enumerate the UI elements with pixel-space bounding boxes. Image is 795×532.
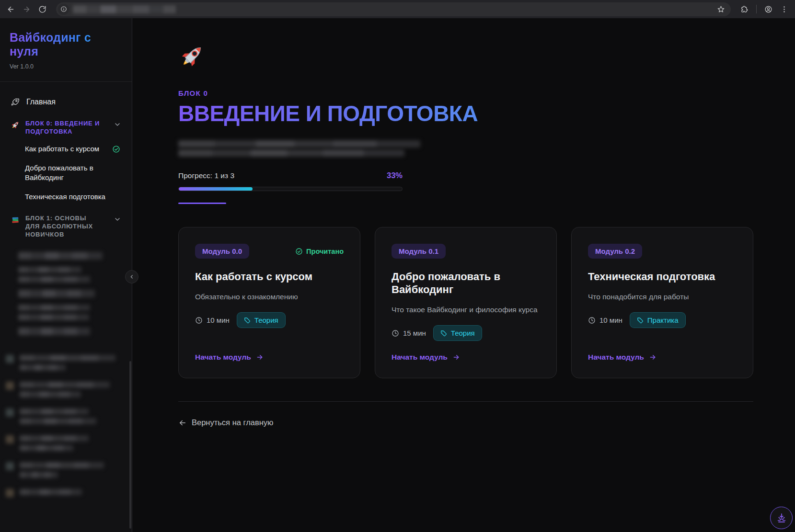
- arrow-right-icon: [256, 353, 264, 361]
- sidebar: Вайбкодинг с нуля Ver 1.0.0 Главная: [0, 18, 132, 532]
- redacted-text: [178, 149, 404, 157]
- module-card-0-1[interactable]: Модуль 0.1 Добро пожаловать в Вайбкодинг…: [375, 227, 557, 378]
- progress-percent: 33%: [387, 171, 403, 180]
- site-info-icon[interactable]: [58, 4, 69, 15]
- chevron-left-icon: [129, 274, 135, 280]
- sidebar-section-block1[interactable]: БЛОК 1: ОСНОВЫ ДЛЯ АБСОЛЮТНЫХ НОВИЧКОВ: [7, 206, 125, 242]
- card-title: Как работать с курсом: [195, 270, 344, 283]
- sidebar-item-home[interactable]: Главная: [7, 92, 125, 112]
- redacted-section: [6, 382, 122, 401]
- redacted-emoji: [6, 408, 14, 417]
- progress-label: Прогресс: 1 из 3: [178, 171, 234, 180]
- landing-download-icon: [776, 512, 787, 524]
- sidebar-section-label: БЛОК 1: ОСНОВЫ ДЛЯ АБСОЛЮТНЫХ НОВИЧКОВ: [25, 214, 101, 238]
- back-icon[interactable]: [7, 5, 15, 13]
- module-badge: Модуль 0.2: [588, 244, 642, 259]
- floating-action-button[interactable]: [770, 507, 793, 529]
- sidebar-item-module-0-2[interactable]: Техническая подготовка: [7, 187, 125, 206]
- rocket-hero-icon: [178, 42, 206, 70]
- tag-label: Теория: [451, 329, 475, 337]
- start-module-label: Начать модуль: [195, 353, 251, 362]
- read-status-label: Прочитано: [306, 248, 344, 255]
- main-content: БЛОК 0 ВВЕДЕНИЕ И ПОДГОТОВКА Прогресс: 1…: [132, 18, 795, 532]
- sidebar-item-label: Как работать с курсом: [25, 144, 99, 154]
- module-badge: Модуль 0.0: [195, 244, 249, 259]
- back-to-home-link[interactable]: Вернуться на главную: [178, 418, 273, 427]
- start-module-link[interactable]: Начать модуль: [195, 353, 344, 362]
- tag-icon: [440, 330, 447, 337]
- footer-divider: [178, 401, 753, 402]
- rocket-emoji-icon: [11, 120, 20, 130]
- bookmark-star-icon[interactable]: [717, 5, 725, 13]
- redacted-text: [18, 276, 90, 283]
- page-title: ВВЕДЕНИЕ И ПОДГОТОВКА: [178, 101, 478, 126]
- browser-toolbar: [0, 0, 795, 18]
- redacted-gap: [18, 342, 122, 355]
- sidebar-item-module-0-0[interactable]: Как работать с курсом: [7, 139, 125, 158]
- progress-fill: [179, 187, 253, 191]
- books-emoji-icon: [11, 215, 20, 225]
- check-circle-icon: [295, 248, 303, 255]
- tag-label: Теория: [254, 316, 278, 324]
- duration: 10 мин: [195, 316, 230, 324]
- arrow-right-icon: [649, 353, 657, 361]
- sidebar-item-module-0-1[interactable]: Добро пожаловать в Вайбкодинг: [7, 158, 125, 187]
- sidebar-item-label: Техническая подготовка: [25, 192, 105, 202]
- duration: 10 мин: [588, 316, 622, 324]
- progress-bar: [178, 187, 403, 191]
- profile-icon[interactable]: [764, 5, 772, 13]
- module-cards: Модуль 0.0 Прочитано Как работать с курс…: [178, 227, 795, 378]
- sidebar-section-label: БЛОК 0: ВВЕДЕНИЕ И ПОДГОТОВКА: [25, 119, 101, 136]
- sidebar-nav: Главная БЛОК 0: ВВЕДЕНИЕ И ПОДГОТОВКА: [0, 82, 132, 242]
- address-bar[interactable]: [56, 2, 731, 16]
- redacted-emoji: [6, 435, 14, 443]
- card-description: Что такое Вайбкодинг и философия курса: [392, 305, 540, 315]
- redacted-text: [18, 267, 81, 273]
- module-badge: Модуль 0.1: [392, 244, 446, 259]
- redacted-emoji: [6, 355, 14, 363]
- app-shell: Вайбкодинг с нуля Ver 1.0.0 Главная: [0, 18, 795, 532]
- start-module-link[interactable]: Начать модуль: [392, 353, 540, 362]
- sidebar-header: Вайбкодинг с нуля Ver 1.0.0: [0, 18, 132, 82]
- tag-label: Практика: [647, 316, 679, 324]
- check-circle-icon: [112, 145, 120, 153]
- card-title: Техническая подготовка: [588, 270, 737, 283]
- redacted-sidebar-items: [0, 242, 132, 498]
- progress-section: Прогресс: 1 из 3 33%: [178, 171, 403, 204]
- card-description: Обязательно к ознакомлению: [195, 292, 344, 302]
- back-to-home-label: Вернуться на главную: [192, 418, 273, 427]
- redacted-emoji: [6, 462, 14, 470]
- sidebar-home-label: Главная: [26, 98, 56, 106]
- forward-icon[interactable]: [23, 5, 31, 13]
- redacted-section: [6, 489, 122, 498]
- start-module-link[interactable]: Начать модуль: [588, 353, 737, 362]
- redacted-text: [18, 290, 95, 297]
- extensions-icon[interactable]: [740, 5, 749, 13]
- refresh-icon[interactable]: [38, 5, 46, 13]
- sidebar-item-label: Добро пожаловать в Вайбкодинг: [25, 163, 120, 182]
- sidebar-collapse-button[interactable]: [125, 270, 138, 283]
- redacted-text: [178, 140, 420, 147]
- card-title: Добро пожаловать в Вайбкодинг: [392, 270, 540, 296]
- redacted-section: [6, 355, 122, 374]
- rocket-outline-icon: [11, 97, 20, 107]
- module-card-0-2[interactable]: Модуль 0.2 Техническая подготовка Что по…: [571, 227, 753, 378]
- block-label: БЛОК 0: [178, 89, 795, 97]
- redacted-text: [18, 314, 89, 320]
- toolbar-divider: [756, 5, 757, 13]
- type-tag: Практика: [630, 312, 686, 328]
- redacted-emoji: [6, 382, 14, 390]
- redacted-text: [18, 305, 90, 311]
- clock-icon: [392, 329, 399, 337]
- menu-kebab-icon[interactable]: [780, 5, 788, 13]
- redacted-section: [6, 408, 122, 428]
- duration-label: 10 мин: [207, 316, 230, 324]
- chevron-down-icon: [114, 215, 121, 223]
- start-module-label: Начать модуль: [588, 353, 644, 362]
- sidebar-section-block0[interactable]: БЛОК 0: ВВЕДЕНИЕ И ПОДГОТОВКА: [7, 112, 125, 139]
- duration: 15 мин: [392, 329, 426, 337]
- tag-icon: [244, 317, 251, 324]
- sidebar-scrollbar[interactable]: [129, 361, 131, 529]
- module-card-0-0[interactable]: Модуль 0.0 Прочитано Как работать с курс…: [178, 227, 360, 378]
- redacted-url: [73, 5, 176, 13]
